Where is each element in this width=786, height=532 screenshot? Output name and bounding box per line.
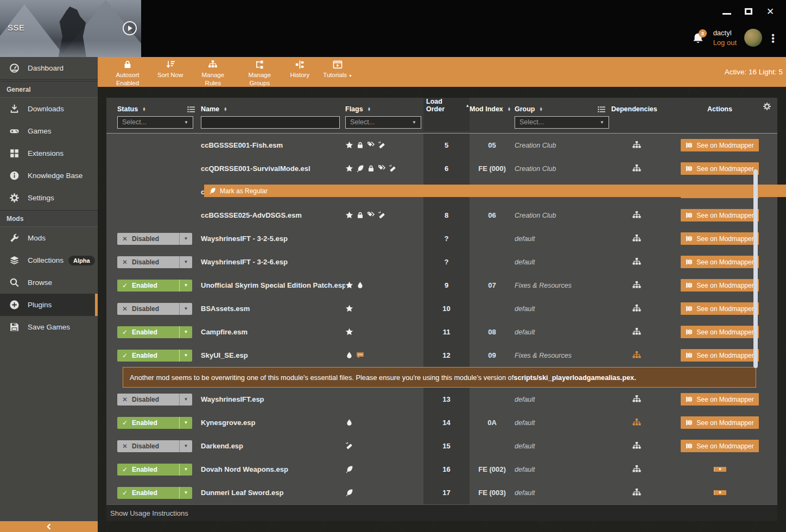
table-settings-gear-icon[interactable] [763, 102, 771, 111]
column-header-name[interactable]: Name▲▼ [201, 105, 345, 113]
flags-filter-select[interactable]: Select...▼ [345, 116, 421, 129]
close-button[interactable]: ✕ [765, 7, 775, 16]
sidebar-item-downloads[interactable]: Downloads [0, 98, 98, 120]
action-caret[interactable]: ▼ [714, 467, 726, 472]
maximize-button[interactable] [744, 7, 753, 16]
vertical-scrollbar[interactable] [753, 169, 758, 368]
plugin-toggle-button[interactable]: ✓Enabled▼ [117, 280, 192, 292]
toolbar-button-manage-groups[interactable]: Manage Groups [236, 57, 283, 87]
sidebar-item-knowledge-base[interactable]: Knowledge Base [0, 164, 98, 187]
see-on-modmapper-button[interactable]: See on Modmapper [681, 349, 758, 362]
see-on-modmapper-button[interactable]: See on Modmapper [681, 440, 758, 452]
logout-link[interactable]: Log out [713, 38, 737, 48]
game-banner[interactable]: SSE [0, 0, 141, 57]
table-row[interactable]: ccBGSSSE025-AdvDSGS.esm806Creation ClubS… [106, 204, 777, 227]
plugin-toggle-button[interactable]: ✕Disabled▼ [117, 440, 192, 452]
dependencies-button[interactable] [631, 304, 642, 314]
toolbar-button-manage-rules[interactable]: Manage Rules [189, 57, 236, 87]
play-game-button[interactable] [123, 21, 137, 35]
minimize-button[interactable] [722, 7, 732, 16]
see-on-modmapper-button[interactable]: See on Modmapper [681, 393, 758, 406]
toggle-main[interactable]: ✓Enabled [117, 326, 179, 338]
toggle-caret[interactable]: ▼ [179, 417, 192, 429]
dependencies-button[interactable] [631, 395, 642, 404]
toggle-main[interactable]: ✓Enabled [117, 280, 179, 292]
see-on-modmapper-button[interactable]: See on Modmapper [681, 279, 758, 292]
table-row[interactable]: ccBGSSSE001-Fish.esm505Creation ClubSee … [106, 134, 777, 157]
table-row[interactable]: ✓Enabled▼Dovah Nord Weapons.esp16FE (002… [106, 458, 777, 481]
notifications-button[interactable]: 3 [692, 30, 706, 46]
dependencies-button[interactable] [631, 234, 642, 244]
sidebar-item-settings[interactable]: Settings [0, 187, 98, 209]
toggle-caret[interactable]: ▼ [179, 256, 192, 268]
show-usage-instructions[interactable]: Show Usage Instructions [106, 504, 777, 521]
dependencies-button[interactable] [631, 465, 642, 474]
see-on-modmapper-button[interactable]: See on Modmapper [681, 302, 758, 315]
table-row[interactable]: ✓Enabled▼Campfire.esm1108defaultSee on M… [106, 320, 777, 344]
list-icon[interactable] [598, 106, 606, 113]
dependencies-button[interactable] [631, 141, 642, 150]
toggle-main[interactable]: ✕Disabled [117, 440, 179, 452]
column-header-load[interactable]: Load Order▲ [423, 98, 470, 113]
sidebar-item-games[interactable]: Games [0, 120, 98, 142]
collapse-sidebar-button[interactable] [0, 521, 98, 532]
table-row[interactable]: ✕Disabled▼WayshrinesIFT.esp13defaultSee … [106, 388, 777, 411]
toggle-caret[interactable]: ▼ [179, 280, 192, 292]
toolbar-button-history[interactable]: History [283, 57, 316, 87]
column-header-group[interactable]: Group▲▼ [515, 105, 611, 113]
plugin-toggle-button[interactable]: ✕Disabled▼ [117, 394, 192, 406]
status-filter-select[interactable]: Select...▼ [117, 116, 193, 129]
plugin-toggle-button[interactable]: ✓Enabled▼ [117, 464, 192, 476]
see-on-modmapper-button[interactable]: See on Modmapper [681, 209, 758, 221]
table-row[interactable]: ccQDRSSE001-SurvivalMode.esl6FE (000)Cre… [106, 157, 777, 180]
dependencies-button[interactable] [631, 441, 642, 451]
see-on-modmapper-button[interactable]: See on Modmapper [681, 416, 758, 429]
dependencies-button[interactable] [631, 418, 642, 428]
toggle-main[interactable]: ✓Enabled [117, 487, 179, 499]
toggle-caret[interactable]: ▼ [179, 440, 192, 452]
toggle-main[interactable]: ✕Disabled [117, 394, 179, 406]
see-on-modmapper-button[interactable]: See on Modmapper [681, 256, 758, 268]
sidebar-item-collections[interactable]: CollectionsAlpha [0, 249, 98, 271]
toggle-caret[interactable]: ▼ [179, 464, 192, 476]
see-on-modmapper-button[interactable]: See on Modmapper [681, 232, 758, 245]
column-header-flags[interactable]: Flags▲▼ [345, 105, 423, 113]
plugin-toggle-button[interactable]: ✕Disabled▼ [117, 256, 192, 268]
name-filter-input[interactable] [201, 116, 340, 129]
avatar[interactable] [744, 29, 762, 47]
toolbar-button-sort-now[interactable]: Sort Now [151, 57, 189, 87]
column-header-actions[interactable]: Actions [662, 105, 777, 113]
plugin-toggle-button[interactable]: ✓Enabled▼ [117, 326, 192, 338]
toggle-caret[interactable]: ▼ [179, 326, 192, 338]
dependencies-button[interactable] [631, 327, 642, 337]
toggle-main[interactable]: ✓Enabled [117, 350, 179, 362]
toggle-caret[interactable]: ▼ [179, 233, 192, 245]
column-header-status[interactable]: Status▲▼ [117, 105, 201, 113]
plugin-toggle-button[interactable]: ✓Enabled▼ [117, 487, 192, 499]
table-row[interactable]: ✕Disabled▼BSAssets.esm10defaultSee on Mo… [106, 297, 777, 320]
dependencies-button[interactable] [631, 281, 642, 290]
dependencies-button[interactable] [631, 164, 642, 174]
group-filter-select[interactable]: Select...▼ [515, 116, 609, 129]
dependencies-button[interactable] [631, 488, 642, 498]
plugin-toggle-button[interactable]: ✕Disabled▼ [117, 233, 192, 245]
column-header-deps[interactable]: Dependencies [611, 105, 662, 113]
list-icon[interactable] [187, 106, 195, 113]
sidebar-item-plugins[interactable]: Plugins [0, 294, 98, 316]
table-row[interactable]: ✓Enabled▼Unofficial Skyrim Special Editi… [106, 274, 777, 297]
table-row[interactable]: ✕Disabled▼WayshrinesIFT - 3-2-5.esp?defa… [106, 227, 777, 250]
toggle-main[interactable]: ✓Enabled [117, 464, 179, 476]
column-header-mod[interactable]: Mod Index▲▼ [470, 105, 515, 113]
toggle-main[interactable]: ✕Disabled [117, 233, 179, 245]
toggle-main[interactable]: ✓Enabled [117, 417, 179, 429]
toggle-caret[interactable]: ▼ [179, 394, 192, 406]
dependencies-button[interactable] [631, 211, 642, 220]
see-on-modmapper-button[interactable]: See on Modmapper [681, 326, 758, 338]
sidebar-item-dashboard[interactable]: Dashboard [0, 57, 98, 79]
toggle-caret[interactable]: ▼ [179, 303, 192, 315]
sidebar-item-mods[interactable]: Mods [0, 227, 98, 249]
toggle-caret[interactable]: ▼ [179, 487, 192, 499]
table-row[interactable]: ✓Enabled▼Kynesgrove.esp140AdefaultSee on… [106, 411, 777, 434]
dependencies-button[interactable] [631, 351, 642, 360]
table-row[interactable]: ✓Enabled▼SkyUI_SE.esp1209Fixes & Resourc… [106, 344, 777, 367]
